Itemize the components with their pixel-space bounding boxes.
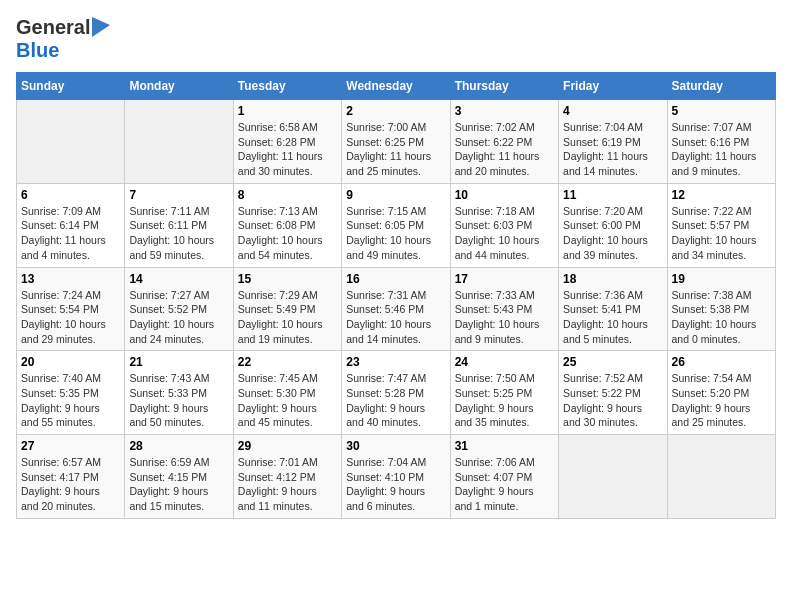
- day-info: Sunrise: 7:07 AM Sunset: 6:16 PM Dayligh…: [672, 120, 771, 179]
- day-number: 11: [563, 188, 662, 202]
- weekday-header-friday: Friday: [559, 73, 667, 100]
- calendar-week-row: 1Sunrise: 6:58 AM Sunset: 6:28 PM Daylig…: [17, 100, 776, 184]
- day-number: 23: [346, 355, 445, 369]
- day-number: 17: [455, 272, 554, 286]
- logo-blue-text: Blue: [16, 39, 59, 61]
- day-number: 15: [238, 272, 337, 286]
- calendar-week-row: 13Sunrise: 7:24 AM Sunset: 5:54 PM Dayli…: [17, 267, 776, 351]
- calendar-cell: 2Sunrise: 7:00 AM Sunset: 6:25 PM Daylig…: [342, 100, 450, 184]
- logo-general-text: General: [16, 16, 90, 39]
- calendar-cell: 12Sunrise: 7:22 AM Sunset: 5:57 PM Dayli…: [667, 183, 775, 267]
- calendar-cell: 3Sunrise: 7:02 AM Sunset: 6:22 PM Daylig…: [450, 100, 558, 184]
- day-info: Sunrise: 7:20 AM Sunset: 6:00 PM Dayligh…: [563, 204, 662, 263]
- calendar-week-row: 6Sunrise: 7:09 AM Sunset: 6:14 PM Daylig…: [17, 183, 776, 267]
- day-info: Sunrise: 7:43 AM Sunset: 5:33 PM Dayligh…: [129, 371, 228, 430]
- calendar-cell: 25Sunrise: 7:52 AM Sunset: 5:22 PM Dayli…: [559, 351, 667, 435]
- weekday-header-saturday: Saturday: [667, 73, 775, 100]
- calendar-cell: 20Sunrise: 7:40 AM Sunset: 5:35 PM Dayli…: [17, 351, 125, 435]
- logo-icon: [92, 17, 110, 37]
- day-number: 29: [238, 439, 337, 453]
- day-number: 2: [346, 104, 445, 118]
- day-info: Sunrise: 7:52 AM Sunset: 5:22 PM Dayligh…: [563, 371, 662, 430]
- day-number: 27: [21, 439, 120, 453]
- day-number: 5: [672, 104, 771, 118]
- day-info: Sunrise: 7:47 AM Sunset: 5:28 PM Dayligh…: [346, 371, 445, 430]
- calendar-cell: 5Sunrise: 7:07 AM Sunset: 6:16 PM Daylig…: [667, 100, 775, 184]
- calendar-week-row: 20Sunrise: 7:40 AM Sunset: 5:35 PM Dayli…: [17, 351, 776, 435]
- weekday-header-tuesday: Tuesday: [233, 73, 341, 100]
- day-info: Sunrise: 7:22 AM Sunset: 5:57 PM Dayligh…: [672, 204, 771, 263]
- day-number: 16: [346, 272, 445, 286]
- day-info: Sunrise: 7:40 AM Sunset: 5:35 PM Dayligh…: [21, 371, 120, 430]
- day-info: Sunrise: 7:11 AM Sunset: 6:11 PM Dayligh…: [129, 204, 228, 263]
- day-info: Sunrise: 7:45 AM Sunset: 5:30 PM Dayligh…: [238, 371, 337, 430]
- day-number: 25: [563, 355, 662, 369]
- calendar-cell: 23Sunrise: 7:47 AM Sunset: 5:28 PM Dayli…: [342, 351, 450, 435]
- day-number: 30: [346, 439, 445, 453]
- day-info: Sunrise: 7:31 AM Sunset: 5:46 PM Dayligh…: [346, 288, 445, 347]
- day-info: Sunrise: 6:58 AM Sunset: 6:28 PM Dayligh…: [238, 120, 337, 179]
- day-number: 4: [563, 104, 662, 118]
- calendar-cell: 1Sunrise: 6:58 AM Sunset: 6:28 PM Daylig…: [233, 100, 341, 184]
- day-info: Sunrise: 7:04 AM Sunset: 4:10 PM Dayligh…: [346, 455, 445, 514]
- calendar-cell: 19Sunrise: 7:38 AM Sunset: 5:38 PM Dayli…: [667, 267, 775, 351]
- calendar-cell: 7Sunrise: 7:11 AM Sunset: 6:11 PM Daylig…: [125, 183, 233, 267]
- calendar-cell: [125, 100, 233, 184]
- calendar-cell: 31Sunrise: 7:06 AM Sunset: 4:07 PM Dayli…: [450, 435, 558, 519]
- day-number: 12: [672, 188, 771, 202]
- day-info: Sunrise: 7:01 AM Sunset: 4:12 PM Dayligh…: [238, 455, 337, 514]
- weekday-header-sunday: Sunday: [17, 73, 125, 100]
- calendar-cell: 26Sunrise: 7:54 AM Sunset: 5:20 PM Dayli…: [667, 351, 775, 435]
- day-info: Sunrise: 7:24 AM Sunset: 5:54 PM Dayligh…: [21, 288, 120, 347]
- day-number: 19: [672, 272, 771, 286]
- calendar-cell: 27Sunrise: 6:57 AM Sunset: 4:17 PM Dayli…: [17, 435, 125, 519]
- day-number: 7: [129, 188, 228, 202]
- logo: General Blue: [16, 16, 110, 62]
- calendar-cell: 13Sunrise: 7:24 AM Sunset: 5:54 PM Dayli…: [17, 267, 125, 351]
- calendar-cell: 4Sunrise: 7:04 AM Sunset: 6:19 PM Daylig…: [559, 100, 667, 184]
- day-number: 20: [21, 355, 120, 369]
- day-number: 26: [672, 355, 771, 369]
- page-header: General Blue: [16, 16, 776, 62]
- weekday-header-monday: Monday: [125, 73, 233, 100]
- calendar-cell: 14Sunrise: 7:27 AM Sunset: 5:52 PM Dayli…: [125, 267, 233, 351]
- weekday-header-thursday: Thursday: [450, 73, 558, 100]
- calendar-table: SundayMondayTuesdayWednesdayThursdayFrid…: [16, 72, 776, 519]
- calendar-cell: 6Sunrise: 7:09 AM Sunset: 6:14 PM Daylig…: [17, 183, 125, 267]
- day-info: Sunrise: 6:59 AM Sunset: 4:15 PM Dayligh…: [129, 455, 228, 514]
- calendar-cell: [667, 435, 775, 519]
- calendar-cell: 10Sunrise: 7:18 AM Sunset: 6:03 PM Dayli…: [450, 183, 558, 267]
- day-number: 31: [455, 439, 554, 453]
- day-number: 6: [21, 188, 120, 202]
- svg-marker-0: [92, 17, 110, 37]
- day-number: 9: [346, 188, 445, 202]
- calendar-week-row: 27Sunrise: 6:57 AM Sunset: 4:17 PM Dayli…: [17, 435, 776, 519]
- calendar-cell: 24Sunrise: 7:50 AM Sunset: 5:25 PM Dayli…: [450, 351, 558, 435]
- day-info: Sunrise: 7:38 AM Sunset: 5:38 PM Dayligh…: [672, 288, 771, 347]
- calendar-cell: 15Sunrise: 7:29 AM Sunset: 5:49 PM Dayli…: [233, 267, 341, 351]
- day-number: 3: [455, 104, 554, 118]
- day-info: Sunrise: 7:36 AM Sunset: 5:41 PM Dayligh…: [563, 288, 662, 347]
- weekday-header-wednesday: Wednesday: [342, 73, 450, 100]
- calendar-cell: 11Sunrise: 7:20 AM Sunset: 6:00 PM Dayli…: [559, 183, 667, 267]
- calendar-cell: 16Sunrise: 7:31 AM Sunset: 5:46 PM Dayli…: [342, 267, 450, 351]
- calendar-cell: 17Sunrise: 7:33 AM Sunset: 5:43 PM Dayli…: [450, 267, 558, 351]
- day-number: 28: [129, 439, 228, 453]
- calendar-cell: 21Sunrise: 7:43 AM Sunset: 5:33 PM Dayli…: [125, 351, 233, 435]
- calendar-cell: [559, 435, 667, 519]
- day-info: Sunrise: 7:15 AM Sunset: 6:05 PM Dayligh…: [346, 204, 445, 263]
- day-info: Sunrise: 7:13 AM Sunset: 6:08 PM Dayligh…: [238, 204, 337, 263]
- weekday-header-row: SundayMondayTuesdayWednesdayThursdayFrid…: [17, 73, 776, 100]
- day-info: Sunrise: 7:29 AM Sunset: 5:49 PM Dayligh…: [238, 288, 337, 347]
- day-number: 1: [238, 104, 337, 118]
- day-info: Sunrise: 7:06 AM Sunset: 4:07 PM Dayligh…: [455, 455, 554, 514]
- calendar-cell: 29Sunrise: 7:01 AM Sunset: 4:12 PM Dayli…: [233, 435, 341, 519]
- calendar-cell: 9Sunrise: 7:15 AM Sunset: 6:05 PM Daylig…: [342, 183, 450, 267]
- day-info: Sunrise: 7:04 AM Sunset: 6:19 PM Dayligh…: [563, 120, 662, 179]
- day-info: Sunrise: 7:54 AM Sunset: 5:20 PM Dayligh…: [672, 371, 771, 430]
- day-info: Sunrise: 7:50 AM Sunset: 5:25 PM Dayligh…: [455, 371, 554, 430]
- day-info: Sunrise: 6:57 AM Sunset: 4:17 PM Dayligh…: [21, 455, 120, 514]
- day-info: Sunrise: 7:27 AM Sunset: 5:52 PM Dayligh…: [129, 288, 228, 347]
- day-number: 24: [455, 355, 554, 369]
- day-number: 18: [563, 272, 662, 286]
